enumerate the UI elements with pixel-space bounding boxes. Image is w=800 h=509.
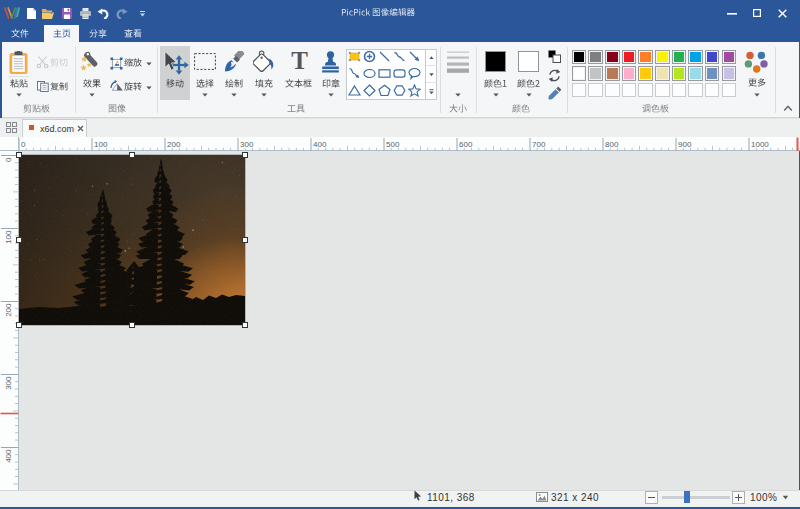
svg-text:100: 100 (4, 230, 13, 244)
svg-text:400: 400 (4, 449, 13, 463)
svg-text:300: 300 (4, 376, 13, 390)
svg-text:200: 200 (4, 303, 13, 317)
svg-text:0: 0 (4, 157, 13, 162)
